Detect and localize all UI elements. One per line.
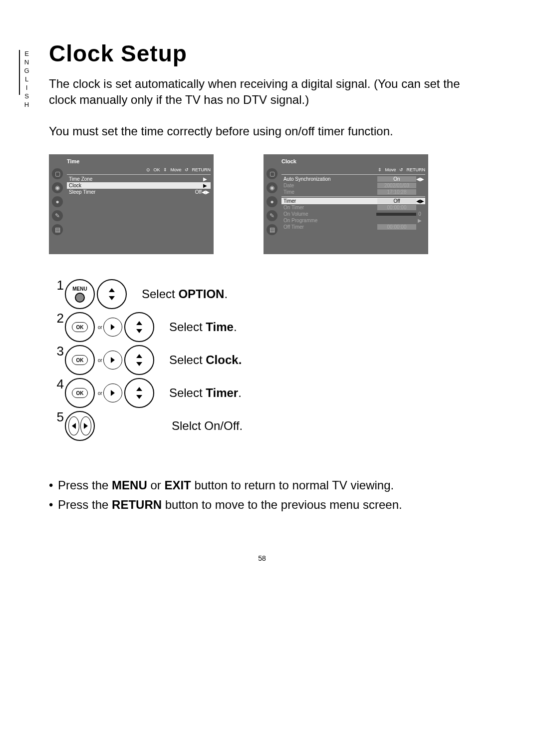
step-text: Select Clock.	[169, 353, 242, 367]
row-value: 00:00:00	[377, 205, 416, 210]
menu-button-label: MENU	[72, 286, 87, 292]
menu-row-timezone[interactable]: Time Zone ▶	[67, 176, 211, 182]
step-3: 3 OK or Select Clock.	[54, 345, 489, 375]
row-value: Off	[377, 198, 416, 204]
menu-row-auto-sync[interactable]: Auto Synchronization On ◀▶	[281, 176, 425, 182]
note-item: Press the RETURN button to move to the p…	[49, 495, 489, 514]
page-number: 58	[35, 554, 489, 562]
notes-list: Press the MENU or EXIT button to return …	[49, 476, 489, 514]
down-arrow-icon	[109, 296, 115, 300]
arrow-right-icon: ▶	[202, 183, 209, 188]
step-number: 4	[54, 377, 64, 392]
row-value: 0	[416, 211, 423, 217]
page-title: Clock Setup	[35, 40, 489, 67]
up-arrow-icon	[136, 387, 142, 391]
hint-move: ⇕ Move	[163, 167, 182, 172]
row-value: 17:10:28	[377, 189, 416, 195]
right-arrow-icon	[111, 324, 115, 330]
lock-icon: ▤	[52, 224, 63, 235]
remote-right-button	[103, 351, 122, 370]
remote-updown-button	[97, 279, 127, 309]
remote-ok-button: OK	[65, 312, 95, 342]
right-arrow-icon	[111, 357, 115, 363]
step-text: Slelct On/Off.	[172, 419, 243, 433]
step-1: 1 MENU Select OPTION.	[54, 279, 489, 309]
menu-hints: ⊙ OK ⇕ Move ↺ RETURN	[67, 166, 211, 173]
step-text: Select Timer.	[169, 386, 242, 400]
hint-ok: ⊙ OK	[146, 167, 160, 172]
sound-icon: ◉	[267, 182, 277, 193]
tv-menu-time: ▢ ◉ ● ✎ ▤ Time ⊙ OK ⇕ Move ↺ RETURN Time…	[49, 154, 214, 254]
remote-updown-button	[124, 345, 154, 375]
menu-title: Time	[67, 157, 211, 166]
menu-button-icon	[75, 293, 85, 303]
tv-menus-row: ▢ ◉ ● ✎ ▤ Time ⊙ OK ⇕ Move ↺ RETURN Time…	[49, 154, 489, 254]
step-5: 5 Slelct On/Off.	[54, 411, 489, 441]
steps-list: 1 MENU Select OPTION. 2 OK or	[54, 279, 489, 441]
remote-right-button	[103, 383, 122, 402]
step-text: Select Time.	[169, 320, 237, 334]
row-label: Clock	[69, 183, 202, 188]
remote-updown-button	[124, 312, 154, 342]
tv-menu-clock: ▢ ◉ ● ✎ ▤ Clock ⇕ Move ↺ RETURN Auto Syn…	[264, 154, 428, 254]
volume-slider	[376, 213, 416, 216]
channel-icon: ●	[267, 196, 277, 207]
menu-title: Clock	[281, 157, 425, 166]
menu-row-clock[interactable]: Clock ▶	[67, 182, 211, 189]
row-label: On Timer	[283, 205, 377, 210]
option-icon: ✎	[267, 210, 277, 221]
ok-button-label: OK	[72, 355, 88, 365]
hint-move: ⇕ Move	[378, 167, 396, 172]
menu-row-on-volume: On Volume 0	[281, 211, 425, 217]
row-label: On Volume	[283, 211, 376, 217]
arrow-right-icon: ▶	[416, 218, 423, 223]
row-label: On Programme	[283, 218, 416, 223]
or-label: or	[98, 390, 102, 396]
menu-category-icons: ▢ ◉ ● ✎ ▤	[52, 168, 64, 235]
manual-page: ENGLISH Clock Setup The clock is set aut…	[0, 0, 539, 582]
step-number: 2	[54, 311, 64, 326]
step-text: Select OPTION.	[142, 287, 228, 301]
remote-menu-button: MENU	[65, 279, 95, 309]
menu-row-date: Date 2002/01/03	[281, 182, 425, 189]
menu-row-off-timer: Off Timer 00:00:00	[281, 224, 425, 230]
right-arrow-icon	[111, 390, 115, 396]
up-arrow-icon	[136, 354, 142, 358]
language-tab: ENGLISH	[19, 50, 30, 95]
hint-return: ↺ RETURN	[399, 167, 425, 172]
remote-ok-button: OK	[65, 345, 95, 375]
row-label: Date	[283, 183, 377, 188]
menu-row-sleep-timer[interactable]: Sleep Timer Off ◀▶	[67, 189, 211, 195]
ok-button-label: OK	[72, 388, 88, 398]
row-label: Sleep Timer	[69, 189, 195, 195]
menu-row-time: Time 17:10:28	[281, 189, 425, 195]
up-arrow-icon	[109, 288, 115, 292]
arrow-lr-icon: ◀▶	[202, 189, 209, 195]
row-value: On	[377, 176, 416, 182]
arrow-right-icon: ▶	[202, 176, 209, 182]
remote-right-button	[103, 318, 122, 337]
down-arrow-icon	[136, 329, 142, 333]
note-item: Press the MENU or EXIT button to return …	[49, 476, 489, 495]
step-number: 3	[54, 344, 64, 359]
row-value: 2002/01/03	[377, 183, 416, 188]
arrow-lr-icon: ◀▶	[416, 176, 423, 182]
channel-icon: ●	[52, 196, 63, 207]
step-number: 1	[54, 278, 64, 293]
or-label: or	[98, 358, 102, 363]
subintro-text: You must set the time correctly before u…	[49, 123, 489, 139]
picture-icon: ▢	[267, 168, 277, 179]
hint-return: ↺ RETURN	[185, 167, 211, 172]
menu-row-timer[interactable]: Timer Off ◀▶	[281, 198, 425, 204]
menu-hints: ⇕ Move ↺ RETURN	[281, 166, 425, 173]
step-2: 2 OK or Select Time.	[54, 312, 489, 342]
right-arrow-icon	[84, 423, 88, 429]
down-arrow-icon	[136, 395, 142, 399]
row-label: Timer	[283, 198, 377, 204]
intro-text: The clock is set automatically when rece…	[49, 76, 489, 108]
step-4: 4 OK or Select Timer.	[54, 378, 489, 408]
picture-icon: ▢	[52, 168, 63, 179]
down-arrow-icon	[136, 362, 142, 366]
sound-icon: ◉	[52, 182, 63, 193]
row-value: 00:00:00	[377, 224, 416, 230]
